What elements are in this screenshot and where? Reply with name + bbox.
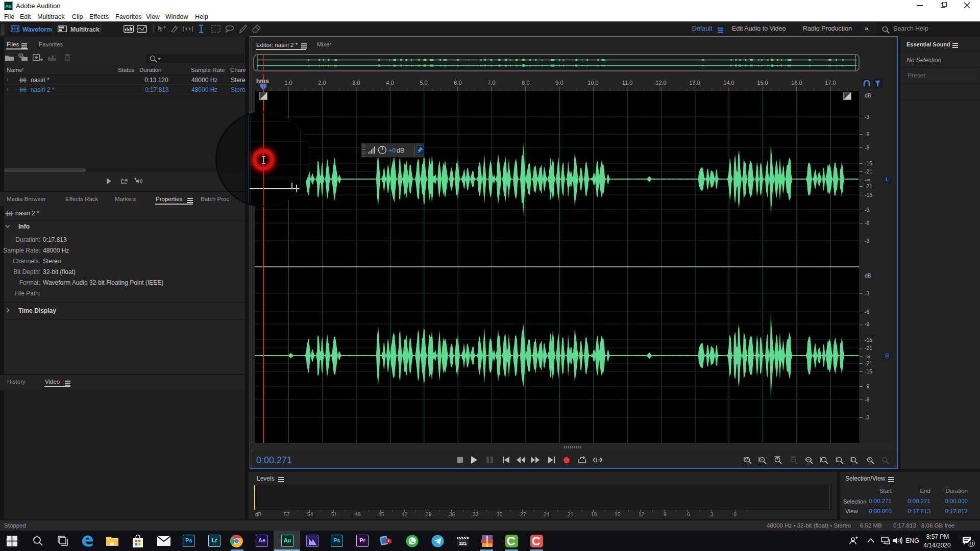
svg-text:13.0: 13.0 — [689, 80, 700, 86]
svg-text:3.0: 3.0 — [352, 80, 360, 86]
svg-text:7.0: 7.0 — [487, 80, 495, 86]
svg-text:10.0: 10.0 — [587, 80, 598, 86]
svg-text:2.0: 2.0 — [318, 80, 326, 86]
svg-text:8.0: 8.0 — [522, 80, 529, 86]
svg-text:321: 321 — [459, 541, 467, 546]
svg-text:9.0: 9.0 — [555, 80, 563, 86]
svg-text:15.0: 15.0 — [757, 80, 768, 86]
svg-text:17.0: 17.0 — [825, 80, 836, 86]
svg-text:16.0: 16.0 — [791, 80, 802, 86]
svg-text:1.0: 1.0 — [284, 80, 292, 86]
svg-text:14.0: 14.0 — [723, 80, 734, 86]
svg-text:5.0: 5.0 — [420, 80, 427, 86]
svg-text:12.0: 12.0 — [655, 80, 666, 86]
svg-text:4.0: 4.0 — [386, 80, 394, 86]
svg-text:11.0: 11.0 — [622, 80, 633, 86]
svg-text:6.0: 6.0 — [454, 80, 461, 86]
